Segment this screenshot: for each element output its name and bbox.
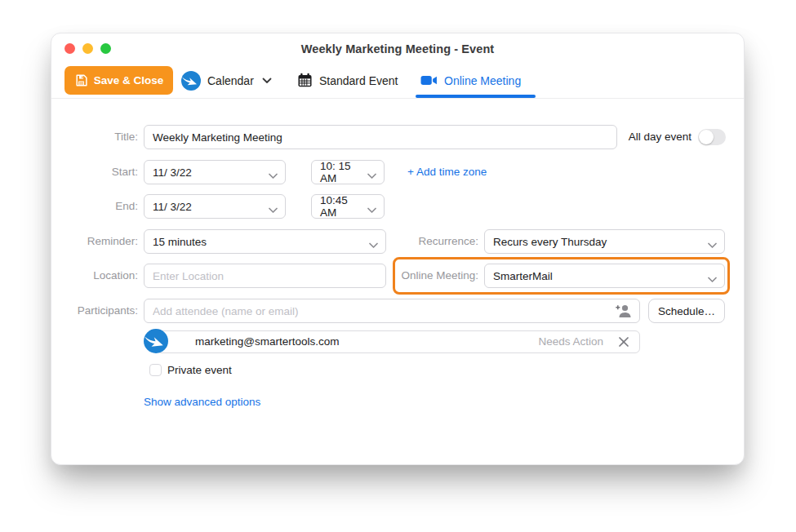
tab-online-meeting[interactable]: Online Meeting [420, 66, 521, 95]
chevron-down-icon [367, 170, 376, 182]
reminder-value: 15 minutes [153, 236, 207, 248]
title-input[interactable] [144, 125, 617, 149]
reminder-select[interactable]: 15 minutes [144, 229, 386, 254]
attendee-email: marketing@smartertools.com [195, 331, 340, 352]
start-time-value: 10: 15 AM [320, 160, 362, 184]
end-label: End: [51, 194, 138, 219]
titlebar: Weekly Marketing Meeting - Event [51, 33, 744, 63]
recurrence-label: Recurrence: [390, 229, 478, 254]
all-day-toggle[interactable] [698, 129, 726, 145]
smartermail-avatar-icon [144, 329, 168, 353]
calendar-dropdown-label: Calendar [207, 74, 254, 87]
title-label: Title: [51, 125, 138, 149]
tab-standard-event-label: Standard Event [319, 74, 398, 87]
desktop-background: Weekly Marketing Meeting - Event Save & … [0, 0, 796, 532]
start-label: Start: [51, 160, 138, 184]
close-x-icon[interactable] [618, 336, 629, 348]
location-label: Location: [51, 264, 138, 288]
start-date-select[interactable]: 11/ 3/22 [144, 160, 286, 184]
end-date-value: 11/ 3/22 [153, 201, 192, 213]
online-meeting-select[interactable]: SmarterMail [484, 264, 725, 288]
reminder-label: Reminder: [51, 229, 138, 254]
calendar-grid-icon [297, 73, 313, 88]
chevron-down-icon [367, 204, 376, 216]
toolbar-divider [51, 98, 744, 99]
end-time-select[interactable]: 10:45 AM [311, 194, 385, 219]
save-close-label: Save & Close [94, 74, 164, 86]
private-event-label: Private event [167, 363, 232, 377]
attendee-status-badge: Needs Action [538, 331, 603, 352]
smartermail-calendar-icon [181, 71, 201, 91]
end-time-value: 10:45 AM [320, 194, 362, 219]
chevron-down-icon [708, 273, 717, 286]
attendee-row: marketing@smartertools.com Needs Action [156, 330, 640, 353]
all-day-label: All day event [629, 125, 691, 149]
participants-input[interactable] [144, 299, 640, 323]
show-advanced-options-link[interactable]: Show advanced options [144, 390, 260, 415]
toggle-knob [699, 130, 714, 144]
participants-label: Participants: [51, 299, 138, 323]
chevron-down-icon [369, 239, 378, 251]
chevron-down-icon [708, 239, 717, 251]
recurrence-value: Recurs every Thursday [493, 236, 607, 248]
recurrence-select[interactable]: Recurs every Thursday [484, 229, 725, 254]
save-icon [74, 73, 88, 87]
end-date-select[interactable]: 11/ 3/22 [144, 194, 286, 219]
video-camera-icon [420, 74, 438, 86]
chevron-down-icon [262, 78, 272, 84]
location-input[interactable] [144, 264, 386, 288]
event-window: Weekly Marketing Meeting - Event Save & … [51, 33, 745, 465]
online-meeting-label: Online Meeting: [390, 264, 478, 288]
chevron-down-icon [269, 170, 278, 182]
schedule-button[interactable]: Schedule… [648, 299, 725, 323]
tab-online-meeting-label: Online Meeting [444, 74, 521, 87]
private-event-checkbox[interactable] [149, 364, 162, 376]
online-meeting-value: SmarterMail [493, 270, 553, 282]
calendar-dropdown[interactable]: Calendar [181, 66, 272, 95]
add-time-zone-link[interactable]: + Add time zone [407, 160, 487, 184]
start-date-value: 11/ 3/22 [153, 166, 192, 179]
chevron-down-icon [269, 204, 278, 216]
start-time-select[interactable]: 10: 15 AM [311, 160, 385, 184]
tab-standard-event[interactable]: Standard Event [297, 66, 398, 95]
save-close-button[interactable]: Save & Close [64, 66, 173, 95]
person-add-icon[interactable] [614, 303, 634, 319]
window-title: Weekly Marketing Meeting - Event [51, 42, 744, 55]
